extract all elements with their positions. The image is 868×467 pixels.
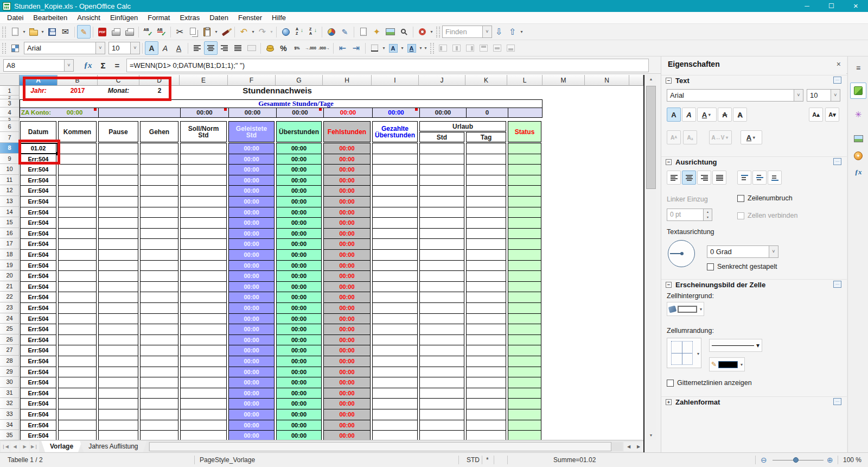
- sidebar-strikethrough-button[interactable]: A: [718, 108, 732, 122]
- cell-J8[interactable]: [419, 143, 464, 154]
- sheet-title[interactable]: Stundennachweis: [206, 86, 348, 96]
- row-header-32[interactable]: 32: [0, 398, 20, 409]
- cell-K16[interactable]: [466, 228, 506, 239]
- minimize-button[interactable]: ─: [795, 0, 819, 12]
- add-decimal-button[interactable]: →.000: [304, 41, 317, 55]
- cell-J29[interactable]: [419, 367, 464, 378]
- cell-L16[interactable]: [508, 228, 541, 239]
- cell-E16[interactable]: [180, 228, 227, 239]
- cell-H17[interactable]: 00:00: [323, 238, 371, 250]
- row-header-24[interactable]: 24: [0, 313, 20, 324]
- cell-C24[interactable]: [98, 313, 138, 325]
- cell-K14[interactable]: [466, 207, 506, 218]
- row-header-4[interactable]: 4: [0, 108, 20, 117]
- summary-row[interactable]: ZA Konto: 00:00 00:00 00:00 00:00 00:00 …: [20, 108, 542, 118]
- sidebar-italic-button[interactable]: A: [682, 108, 696, 122]
- cell-G22[interactable]: 00:00: [276, 292, 322, 303]
- stacked-checkbox[interactable]: Senkrecht gestapelt: [707, 263, 777, 270]
- cell-background-button[interactable]: ▾: [667, 302, 704, 316]
- cell-L33[interactable]: [508, 409, 541, 420]
- cell-D20[interactable]: [140, 270, 178, 282]
- cell-D18[interactable]: [140, 249, 178, 261]
- cell-border-dropdown[interactable]: ▾: [697, 351, 699, 356]
- cell-L17[interactable]: [508, 238, 541, 250]
- cell-E10[interactable]: [180, 164, 227, 175]
- cell-F30[interactable]: 00:00: [228, 377, 275, 388]
- cell-C16[interactable]: [98, 228, 138, 239]
- cell-B4[interactable]: 00:00: [51, 108, 98, 117]
- cell-K31[interactable]: [466, 388, 506, 399]
- cell-I16[interactable]: [372, 228, 418, 239]
- menu-item-format[interactable]: Format: [143, 12, 175, 24]
- cell-K20[interactable]: [466, 270, 506, 282]
- font-size-dropdown[interactable]: ˅: [130, 42, 139, 54]
- cell-K11[interactable]: [466, 175, 506, 186]
- cell-F13[interactable]: 00:00: [228, 196, 275, 207]
- number-format-dialog-launcher-icon[interactable]: ···: [833, 398, 841, 405]
- previous-sheet-button[interactable]: ◀: [10, 441, 20, 452]
- subscript-button[interactable]: Aₐ: [683, 130, 697, 144]
- cell-C22[interactable]: [98, 292, 138, 303]
- cell-F26[interactable]: 00:00: [228, 335, 275, 346]
- text-dialog-launcher-icon[interactable]: ···: [833, 77, 841, 84]
- cell-I22[interactable]: [372, 292, 418, 303]
- column-header-I[interactable]: I: [372, 75, 419, 86]
- cell-A31[interactable]: Err:504: [20, 388, 56, 399]
- cell-K26[interactable]: [466, 335, 506, 346]
- superscript-button[interactable]: Aᴬ: [667, 130, 681, 144]
- collapse-icon[interactable]: −: [666, 159, 672, 165]
- cell-G25[interactable]: 00:00: [276, 324, 322, 335]
- cell-I30[interactable]: [372, 377, 418, 388]
- cell-L24[interactable]: [508, 313, 541, 325]
- column-header-H[interactable]: H: [323, 75, 372, 86]
- formatting-grip[interactable]: [2, 43, 6, 54]
- cell-J20[interactable]: [419, 270, 464, 282]
- cell-G17[interactable]: 00:00: [276, 238, 322, 250]
- cell-G28[interactable]: 00:00: [276, 356, 322, 367]
- cell-K4[interactable]: 0: [466, 108, 508, 117]
- cell-I27[interactable]: [372, 345, 418, 356]
- cell-C25[interactable]: [98, 324, 138, 335]
- cell-F29[interactable]: 00:00: [228, 367, 275, 378]
- header-fehlstunden[interactable]: Fehlstunden: [323, 121, 371, 142]
- cell-F20[interactable]: 00:00: [228, 270, 275, 282]
- cell-K30[interactable]: [466, 377, 506, 388]
- cell-G34[interactable]: 00:00: [276, 420, 322, 431]
- cell-F25[interactable]: 00:00: [228, 324, 275, 335]
- sidebar-tab-styles[interactable]: ✳: [850, 106, 866, 123]
- cell-K23[interactable]: [466, 302, 506, 314]
- cell-D19[interactable]: [140, 260, 178, 272]
- row-header-20[interactable]: 20: [0, 270, 20, 281]
- decrease-font-button[interactable]: A▾: [825, 108, 839, 122]
- cell-G13[interactable]: 00:00: [276, 196, 322, 207]
- cell-C33[interactable]: [98, 409, 138, 420]
- cell-L29[interactable]: [508, 367, 541, 378]
- sidebar-tab-navigator[interactable]: ✦: [850, 148, 866, 164]
- cell-L15[interactable]: [508, 217, 541, 229]
- cell-J28[interactable]: [419, 356, 464, 367]
- cell-K19[interactable]: [466, 260, 506, 272]
- cell-F16[interactable]: 00:00: [228, 228, 275, 239]
- zoom-slider-handle[interactable]: [793, 457, 799, 463]
- font-size-value[interactable]: 10: [109, 44, 130, 52]
- cell-C9[interactable]: [98, 154, 138, 165]
- cell-E24[interactable]: [180, 313, 227, 325]
- cell-H29[interactable]: 00:00: [323, 367, 371, 378]
- row-header-1[interactable]: 1: [0, 86, 20, 96]
- cell-F9[interactable]: 00:00: [228, 154, 275, 165]
- cell-C12[interactable]: [98, 185, 138, 197]
- cell-C28[interactable]: [98, 356, 138, 367]
- cell-L34[interactable]: [508, 420, 541, 431]
- row-header-5[interactable]: 5: [0, 117, 20, 121]
- cell-G21[interactable]: 00:00: [276, 281, 322, 293]
- cell-E15[interactable]: [180, 217, 227, 229]
- cell-D13[interactable]: [140, 196, 178, 207]
- cell-J32[interactable]: [419, 398, 464, 409]
- row-header-31[interactable]: 31: [0, 388, 20, 399]
- cell-E20[interactable]: [180, 270, 227, 282]
- cell-H11[interactable]: 00:00: [323, 175, 371, 186]
- cell-F17[interactable]: 00:00: [228, 238, 275, 250]
- object-align-center-button[interactable]: [450, 41, 463, 55]
- cell-I15[interactable]: [372, 217, 418, 229]
- cell-F31[interactable]: 00:00: [228, 388, 275, 399]
